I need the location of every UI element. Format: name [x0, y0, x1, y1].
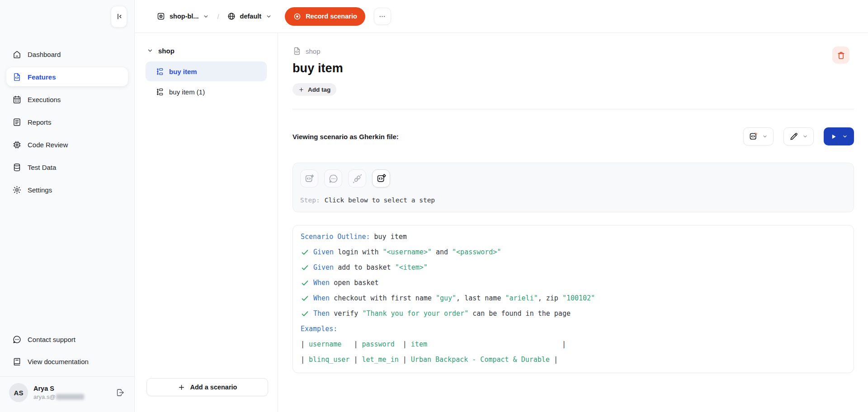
- environment-selector[interactable]: default: [227, 12, 273, 21]
- delete-scenario-button[interactable]: [832, 47, 849, 64]
- scenario-icon: [156, 67, 164, 76]
- sidebar-item-contact-support[interactable]: Contact support: [6, 330, 128, 349]
- chevron-down-icon: [842, 133, 848, 140]
- gherkin-line[interactable]: When checkout with first name "guy", las…: [301, 290, 846, 306]
- user-profile: AS Arya S arya.s@: [0, 376, 134, 412]
- step-comment-button[interactable]: [324, 169, 342, 187]
- database-icon: [12, 163, 22, 172]
- step-plug-button[interactable]: [348, 169, 366, 187]
- gherkin-line[interactable]: | username | password | item |: [301, 337, 846, 352]
- generate-code-button[interactable]: [743, 127, 774, 145]
- add-tag-label: Add tag: [308, 86, 330, 93]
- logout-button[interactable]: [115, 388, 125, 398]
- collapse-sidebar-button[interactable]: [111, 6, 127, 28]
- sidebar-item-view-documentation[interactable]: View documentation: [6, 352, 128, 371]
- viewing-row: Viewing scenario as Gherkin file:: [292, 127, 854, 145]
- tree-group-label: shop: [158, 47, 175, 55]
- check-icon: [301, 248, 309, 257]
- sidebar-footer: Contact support View documentation AS Ar…: [0, 330, 134, 412]
- gherkin-line[interactable]: | blinq_user | let_me_in | Urban Backpac…: [301, 352, 846, 367]
- app-root: Dashboard Features Executions Reports Co…: [0, 0, 868, 412]
- add-scenario-button[interactable]: Add a scenario: [146, 378, 268, 396]
- gherkin-segment: "100102": [562, 294, 595, 302]
- tree-item-buy-item[interactable]: buy item: [146, 61, 267, 81]
- check-icon: [301, 263, 309, 272]
- record-scenario-button[interactable]: Record scenario: [285, 7, 365, 26]
- gherkin-line[interactable]: When open basket: [301, 275, 846, 290]
- gherkin-code[interactable]: Scenario Outline: buy itemGiven login wi…: [292, 225, 854, 373]
- sidebar-item-reports[interactable]: Reports: [6, 112, 128, 131]
- gherkin-segment: Given: [313, 248, 334, 256]
- chip-icon: [12, 140, 22, 150]
- record-scenario-label: Record scenario: [306, 13, 357, 20]
- sidebar-item-label: Code Review: [28, 141, 68, 149]
- sidebar-top: [0, 0, 134, 33]
- project-selector[interactable]: shop-bl...: [156, 12, 209, 21]
- plus-icon: [178, 384, 185, 391]
- gherkin-segment: |: [550, 356, 558, 364]
- gherkin-segment: and: [432, 248, 452, 256]
- logout-icon: [115, 388, 125, 398]
- more-options-button[interactable]: [374, 8, 391, 25]
- edit-scenario-button[interactable]: [783, 127, 814, 145]
- gherkin-segment: When: [313, 294, 330, 302]
- step-text: Click below to select a step: [325, 197, 435, 204]
- gherkin-segment: |: [427, 340, 566, 348]
- gherkin-line[interactable]: Then verify "Thank you for your order" c…: [301, 306, 846, 321]
- chevron-down-icon: [802, 133, 808, 140]
- gherkin-line[interactable]: Given login with "<username>" and "<pass…: [301, 244, 846, 260]
- sidebar-nav: Dashboard Features Executions Reports Co…: [0, 33, 134, 199]
- gherkin-segment: login with: [334, 248, 382, 256]
- topbar: shop-bl... / default Record scenario: [135, 0, 868, 33]
- gherkin-segment: checkout with first name: [330, 294, 436, 302]
- user-meta: Arya S arya.s@: [33, 385, 110, 400]
- viewing-label: Viewing scenario as Gherkin file:: [292, 133, 399, 140]
- gherkin-segment: add to basket: [334, 263, 395, 272]
- step-generate-code-button[interactable]: [300, 169, 318, 187]
- gherkin-segment: blinq_user: [309, 356, 349, 364]
- sidebar-item-label: Contact support: [28, 336, 75, 343]
- add-tag-button[interactable]: Add tag: [292, 83, 336, 96]
- sidebar-item-label: Reports: [28, 118, 52, 126]
- sidebar-item-features[interactable]: Features: [6, 67, 128, 86]
- gherkin-line[interactable]: Scenario Outline: buy item: [301, 229, 846, 244]
- gherkin-segment: |: [301, 356, 309, 364]
- gherkin-line[interactable]: Examples:: [301, 321, 846, 337]
- gherkin-line[interactable]: Given add to basket "<item>": [301, 260, 846, 275]
- tree-item-buy-item-1[interactable]: buy item (1): [146, 82, 267, 102]
- gherkin-segment: "guy": [436, 294, 456, 302]
- step-code-settings-button[interactable]: [372, 169, 390, 187]
- play-icon: [830, 133, 837, 140]
- gherkin-segment: , zip: [538, 294, 562, 302]
- gherkin-segment: Then: [313, 309, 330, 318]
- gherkin-segment: |: [395, 340, 411, 348]
- gherkin-segment: Scenario Outline:: [301, 233, 370, 241]
- main-content: shop buy item Add tag Viewing scenario a…: [278, 33, 868, 412]
- gherkin-segment: |: [341, 340, 362, 348]
- gherkin-segment: Given: [313, 263, 334, 272]
- sidebar-item-executions[interactable]: Executions: [6, 90, 128, 109]
- sidebar-item-code-review[interactable]: Code Review: [6, 135, 128, 154]
- sidebar-item-test-data[interactable]: Test Data: [6, 158, 128, 177]
- gherkin-segment: "<item>": [395, 263, 428, 272]
- step-prefix: Step:: [300, 197, 320, 204]
- gherkin-segment: verify: [330, 309, 362, 318]
- avatar: AS: [9, 383, 28, 402]
- gear-icon: [12, 185, 22, 195]
- tree-group-shop[interactable]: shop: [135, 45, 278, 56]
- sidebar-item-label: Features: [28, 73, 56, 81]
- feature-name: shop: [306, 47, 321, 55]
- add-scenario-label: Add a scenario: [190, 384, 237, 391]
- step-tools: [300, 169, 846, 187]
- step-selector-panel: Step: Click below to select a step: [292, 163, 854, 212]
- sidebar-item-dashboard[interactable]: Dashboard: [6, 45, 128, 64]
- chevron-down-icon: [146, 47, 154, 54]
- tree-items: buy item buy item (1): [135, 61, 278, 102]
- run-scenario-button[interactable]: [824, 127, 854, 145]
- book-icon: [12, 357, 22, 366]
- project-selector-label: shop-bl...: [170, 13, 198, 20]
- trash-icon: [836, 51, 846, 60]
- gherkin-segment: item: [411, 340, 427, 348]
- code-sparkle-icon: [304, 173, 315, 184]
- sidebar-item-settings[interactable]: Settings: [6, 180, 128, 199]
